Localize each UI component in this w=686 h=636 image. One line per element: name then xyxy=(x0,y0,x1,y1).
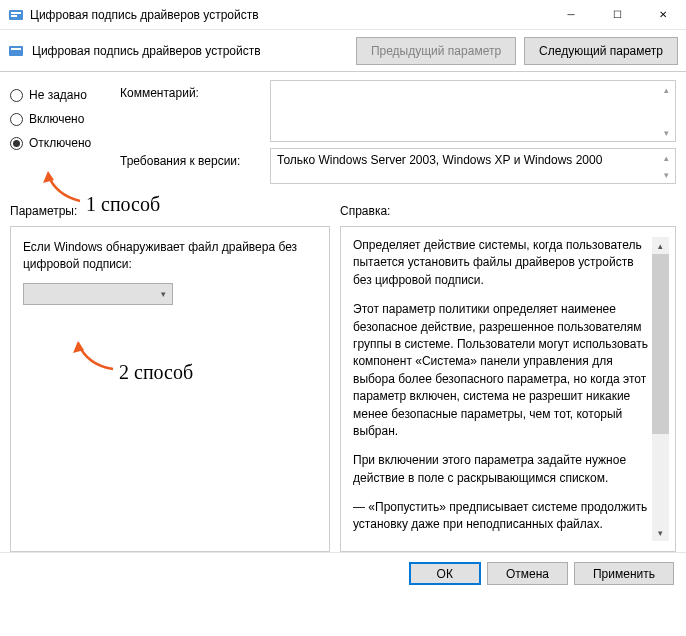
policy-icon xyxy=(8,43,24,59)
help-p2: Этот параметр политики определяет наимен… xyxy=(353,301,648,440)
radio-enabled[interactable]: Включено xyxy=(10,112,120,126)
lower-panel: Если Windows обнаруживает файл драйвера … xyxy=(0,222,686,552)
next-setting-button[interactable]: Следующий параметр xyxy=(524,37,678,65)
scrollbar[interactable]: ▴ ▾ xyxy=(658,149,675,183)
scroll-down-icon[interactable]: ▾ xyxy=(658,166,675,183)
requirements-row: Требования к версии: Только Windows Serv… xyxy=(120,148,676,184)
window-title: Цифровая подпись драйверов устройств xyxy=(30,8,548,22)
svg-rect-3 xyxy=(9,46,23,56)
help-text: Определяет действие системы, когда польз… xyxy=(353,237,648,541)
scroll-down-icon[interactable]: ▾ xyxy=(658,124,675,141)
comment-row: Комментарий: ▴ ▾ xyxy=(120,80,676,142)
radio-icon xyxy=(10,89,23,102)
scroll-up-icon[interactable]: ▴ xyxy=(658,149,675,166)
toolbar-title: Цифровая подпись драйверов устройств xyxy=(32,44,348,58)
params-box: Если Windows обнаруживает файл драйвера … xyxy=(10,226,330,552)
svg-rect-4 xyxy=(11,48,21,50)
scrollbar[interactable]: ▴ ▾ xyxy=(658,81,675,141)
params-section-label: Параметры: xyxy=(10,204,340,218)
help-section-label: Справка: xyxy=(340,204,390,218)
radio-disabled[interactable]: Отключено xyxy=(10,136,120,150)
window-controls: ─ ☐ ✕ xyxy=(548,0,686,30)
app-icon xyxy=(8,7,24,23)
action-dropdown[interactable]: ▾ xyxy=(23,283,173,305)
section-labels: Параметры: Справка: xyxy=(0,190,686,222)
fields-column: Комментарий: ▴ ▾ Требования к версии: То… xyxy=(120,80,676,190)
radio-label: Включено xyxy=(29,112,84,126)
footer: ОК Отмена Применить xyxy=(0,552,686,594)
toolbar: Цифровая подпись драйверов устройств Пре… xyxy=(0,30,686,72)
scroll-track[interactable] xyxy=(652,434,669,524)
radio-label: Не задано xyxy=(29,88,87,102)
close-button[interactable]: ✕ xyxy=(640,0,686,30)
comment-label: Комментарий: xyxy=(120,80,270,142)
help-p4: — «Пропустить» предписывает системе прод… xyxy=(353,499,648,534)
svg-rect-1 xyxy=(11,12,21,14)
requirements-value: Только Windows Server 2003, Windows XP и… xyxy=(270,148,676,184)
cancel-button[interactable]: Отмена xyxy=(487,562,568,585)
svg-rect-2 xyxy=(11,15,17,17)
ok-button[interactable]: ОК xyxy=(409,562,481,585)
help-scrollbar[interactable]: ▴ ▾ xyxy=(652,237,669,541)
params-text: Если Windows обнаруживает файл драйвера … xyxy=(23,239,317,273)
titlebar: Цифровая подпись драйверов устройств ─ ☐… xyxy=(0,0,686,30)
scroll-down-icon[interactable]: ▾ xyxy=(652,524,669,541)
comment-input[interactable]: ▴ ▾ xyxy=(270,80,676,142)
minimize-button[interactable]: ─ xyxy=(548,0,594,30)
upper-panel: Не задано Включено Отключено Комментарий… xyxy=(0,72,686,190)
radio-icon xyxy=(10,137,23,150)
radio-not-configured[interactable]: Не задано xyxy=(10,88,120,102)
prev-setting-button[interactable]: Предыдущий параметр xyxy=(356,37,516,65)
apply-button[interactable]: Применить xyxy=(574,562,674,585)
scroll-up-icon[interactable]: ▴ xyxy=(658,81,675,98)
maximize-button[interactable]: ☐ xyxy=(594,0,640,30)
scroll-up-icon[interactable]: ▴ xyxy=(652,237,669,254)
radio-icon xyxy=(10,113,23,126)
requirements-label: Требования к версии: xyxy=(120,148,270,184)
scroll-thumb[interactable] xyxy=(652,254,669,434)
help-box: Определяет действие системы, когда польз… xyxy=(340,226,676,552)
radio-label: Отключено xyxy=(29,136,91,150)
chevron-down-icon: ▾ xyxy=(161,289,166,299)
help-p3: При включении этого параметра задайте ну… xyxy=(353,452,648,487)
help-p1: Определяет действие системы, когда польз… xyxy=(353,237,648,289)
requirements-text: Только Windows Server 2003, Windows XP и… xyxy=(277,153,602,167)
state-column: Не задано Включено Отключено xyxy=(10,80,120,190)
